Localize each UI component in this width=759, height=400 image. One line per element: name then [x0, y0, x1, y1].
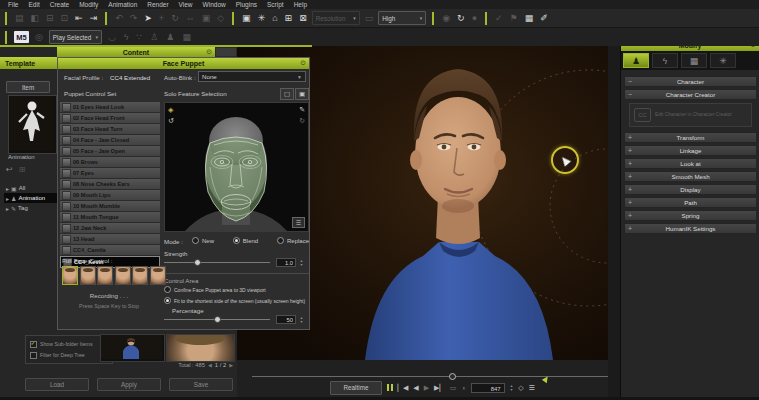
timeline-scrubber[interactable] — [252, 373, 608, 381]
tree-caret-icon[interactable]: ▸ — [6, 205, 9, 212]
tree-item[interactable]: ▸ ▣ All — [4, 183, 58, 193]
play-mode-select[interactable]: Play Selected▾ — [49, 30, 102, 44]
group-tool-icon[interactable]: ▣ — [200, 12, 213, 25]
puppet-control-item[interactable]: CC4_Camila — [60, 245, 160, 256]
viewport-layout-icon[interactable]: ▣ — [240, 12, 253, 25]
open-project-icon[interactable]: ◧ — [29, 12, 42, 25]
menu-item[interactable]: Animation — [103, 1, 142, 8]
modify-section[interactable]: Look at — [624, 158, 757, 169]
inactive-tab-stub[interactable] — [215, 47, 237, 57]
puppet-control-item[interactable]: 04 Face - Jaw Closed — [60, 135, 160, 146]
content-action-button[interactable]: Load — [25, 378, 89, 391]
content-manager-icon[interactable]: ▦ — [523, 12, 536, 25]
face-puppet-titlebar[interactable]: Face Puppet ⊙ — [58, 58, 309, 69]
reset-view-icon[interactable]: ↺ — [168, 117, 174, 125]
load-selection-button[interactable]: ▣ — [295, 88, 309, 100]
puppet-control-item[interactable]: 07 Eyes — [60, 168, 160, 179]
percentage-value[interactable]: 50 — [276, 315, 296, 324]
menu-item[interactable]: Window — [198, 1, 231, 8]
save-project-icon[interactable]: ⊟ — [44, 12, 56, 25]
modify-section[interactable]: Transform — [624, 132, 757, 143]
tab-animation[interactable]: ϟ — [652, 53, 678, 68]
modify-section[interactable]: Smooth Mesh — [624, 171, 757, 182]
recent-character-thumbnail[interactable] — [100, 334, 165, 362]
animation-template-thumbnail[interactable] — [8, 95, 57, 154]
rotate-tool-icon[interactable]: ↻ — [169, 12, 181, 25]
face-expression-thumb[interactable] — [132, 266, 148, 285]
control-area-radio[interactable]: Fit to the shortest side of the screen (… — [164, 297, 310, 304]
confirm-tool-icon[interactable]: ✓ — [493, 12, 505, 25]
first-frame-icon[interactable]: ▏◀ — [398, 382, 409, 394]
maximize-view-icon[interactable]: ⊠ — [297, 12, 309, 25]
page-next-icon[interactable]: ▶ — [229, 362, 233, 368]
tab-settings[interactable]: ✳ — [710, 53, 736, 68]
speaker-icon[interactable]: ◖ — [461, 382, 465, 394]
puppet-control-item[interactable]: 01 Eyes Head Look — [60, 102, 160, 113]
modify-section[interactable]: Character Creator — [624, 89, 757, 100]
select-tool-icon[interactable]: ➤ — [142, 12, 154, 25]
pivot-tool-icon[interactable]: ◇ — [215, 12, 226, 25]
loop-toggle-icon[interactable]: ◇ — [518, 382, 523, 394]
record-render-icon[interactable]: ● — [470, 12, 479, 25]
quality-select[interactable]: High▾ — [378, 11, 426, 25]
frame-spinner[interactable]: ▲▼ — [510, 384, 513, 392]
prev-frame-icon[interactable]: ◀ — [413, 382, 418, 394]
timeline-menu-icon[interactable]: ☰ — [529, 382, 535, 394]
export-icon[interactable]: ⇥ — [88, 12, 100, 25]
pause-icon[interactable] — [387, 384, 393, 391]
refresh-render-icon[interactable]: ↻ — [455, 12, 467, 25]
strength-slider[interactable] — [164, 259, 270, 266]
modify-section[interactable]: HumanIK Settings — [624, 223, 757, 234]
puppet-control-item[interactable]: 09 Mouth Lips — [60, 190, 160, 201]
realtime-button[interactable]: Realtime — [330, 381, 382, 395]
footstep-mode-icon[interactable]: ∵ — [135, 31, 145, 44]
tree-caret-icon[interactable]: ▸ — [6, 195, 9, 202]
move-tool-icon[interactable]: + — [157, 12, 166, 25]
strength-spinner[interactable]: ▲▼ — [298, 258, 305, 267]
sync-icon[interactable]: ↻ — [299, 117, 305, 125]
mode-radio[interactable]: Replace — [277, 237, 309, 244]
panel-splitter[interactable] — [608, 46, 620, 400]
grid-snap-icon[interactable]: ▦ — [180, 31, 193, 44]
undo-icon[interactable]: ↩ — [6, 165, 13, 174]
strength-value[interactable]: 1.0 — [276, 258, 296, 267]
merge-project-icon[interactable]: ⊡ — [59, 12, 71, 25]
recent-face-thumbnail[interactable] — [166, 334, 235, 362]
puppet-control-item[interactable]: 11 Mouth Tongue — [60, 212, 160, 223]
crowd-mode-icon[interactable]: ♟ — [164, 31, 176, 44]
menu-item[interactable]: Plugins — [231, 1, 262, 8]
aspect-ratio-icon[interactable]: ▭ — [363, 12, 376, 25]
add-folder-icon[interactable]: ⊞ — [19, 165, 26, 174]
face-expression-thumb[interactable] — [97, 266, 113, 285]
tab-material[interactable]: ▦ — [681, 53, 707, 68]
modify-section[interactable]: Character — [624, 76, 757, 87]
menu-item[interactable]: Create — [45, 1, 75, 8]
mode-radio[interactable]: Blend — [233, 237, 258, 244]
panel-pin-icon[interactable]: ⊙ — [300, 59, 306, 67]
puppet-control-item[interactable]: 02 Face Head Front — [60, 113, 160, 124]
target-mode-icon[interactable]: ◎ — [33, 31, 45, 44]
redo-icon[interactable]: ↷ — [128, 12, 140, 25]
frame-number-input[interactable]: 847 — [471, 383, 505, 393]
modify-section[interactable]: Spring — [624, 210, 757, 221]
edit-mask-icon[interactable]: ✎ — [299, 106, 305, 114]
face-expression-thumb[interactable] — [150, 266, 166, 285]
preview-options-icon[interactable]: ☰ — [292, 217, 305, 228]
template-header[interactable]: Template — [0, 57, 62, 69]
undo-icon[interactable]: ↶ — [113, 12, 125, 25]
menu-item[interactable]: View — [174, 1, 198, 8]
flag-tool-icon[interactable]: ⚑ — [508, 12, 520, 25]
scale-tool-icon[interactable]: ⇔ — [184, 12, 197, 25]
mode-radio[interactable]: New — [192, 237, 214, 244]
tab-actor[interactable]: ♟ — [623, 53, 649, 68]
menu-item[interactable]: Script — [262, 1, 289, 8]
percentage-spinner[interactable]: ▲▼ — [298, 315, 305, 324]
tree-item[interactable]: ▸ ♟ Animation — [4, 193, 58, 203]
menu-item[interactable]: Render — [142, 1, 173, 8]
next-frame-icon[interactable]: ▶▏ — [434, 382, 445, 394]
tree-item[interactable]: ▸ ✎ Tag — [4, 203, 58, 213]
face-mocap-icon[interactable]: ◡ — [106, 31, 118, 44]
menu-item[interactable]: File — [3, 1, 23, 8]
edit-in-cc-button[interactable]: CC Edit Character in Character Creator — [629, 103, 752, 127]
content-tab[interactable]: Content ⊙ — [57, 47, 215, 57]
